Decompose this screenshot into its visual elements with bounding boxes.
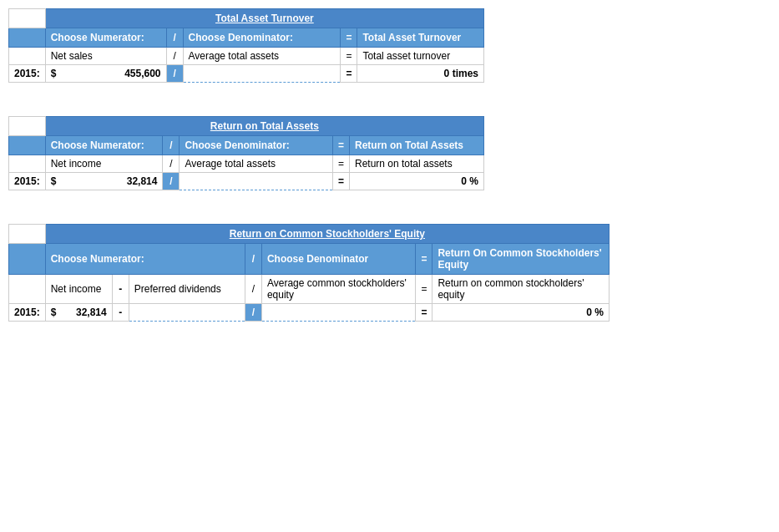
equals-data-11: = <box>416 304 432 322</box>
section-10-header: (10) Return on Total Assets <box>9 117 484 136</box>
section-10-data: 2015: $ 32,814 / = 0 % <box>9 173 484 190</box>
numerator-value-cell-11: $ 32,814 <box>45 304 112 322</box>
result-value-9: 0 <box>444 68 450 79</box>
result-value-cell-9: 0 times <box>357 65 484 83</box>
equals-label-10: = <box>332 155 349 173</box>
section-11-number: (11) <box>9 225 46 244</box>
year-9: 2015: <box>9 65 46 83</box>
result-unit-9: times <box>453 68 478 79</box>
equals-label-9: = <box>341 48 357 65</box>
section-11-data: 2015: $ 32,814 - / = 0 % <box>9 304 610 322</box>
col-numerator-label-10: Choose Numerator: <box>45 136 163 155</box>
equals-data-9: = <box>341 65 357 83</box>
result-label-10: Return on total assets <box>349 155 483 173</box>
slash-data-10: / <box>163 173 180 190</box>
denominator-label-9: Average total assets <box>183 48 341 65</box>
denominator-input-9[interactable] <box>183 65 341 83</box>
numerator-value-cell-10: $ 32,814 <box>45 173 163 190</box>
equals-header-9: = <box>341 28 357 48</box>
denominator-label-10: Average total assets <box>180 155 333 173</box>
section-9-header: (9) Total Asset Turnover <box>9 9 484 28</box>
section-10: (10) Return on Total Assets Choose Numer… <box>8 116 771 190</box>
result-value-10: 0 <box>461 175 467 187</box>
section-9-col-headers: Choose Numerator: / Choose Denominator: … <box>9 28 484 48</box>
section-9-title: Total Asset Turnover <box>45 9 483 28</box>
section-11-header: (11) Return on Common Stockholders' Equi… <box>9 225 610 244</box>
numerator-value-cell-9: $ 455,600 <box>45 65 166 83</box>
col-result-label-10: Return on Total Assets <box>349 136 483 155</box>
numerator-label-10: Net income <box>45 155 163 173</box>
slash-label-10: / <box>163 155 180 173</box>
denominator-field-11[interactable] <box>267 307 396 318</box>
denominator-input-10[interactable] <box>180 173 333 190</box>
equals-header-11: = <box>416 244 432 275</box>
denominator-field-9[interactable] <box>189 68 321 79</box>
col-denominator-label-10: Choose Denominator: <box>180 136 333 155</box>
slash-header-10: / <box>163 136 180 155</box>
denominator-label-11: Average common stockholders' equity <box>261 275 415 304</box>
result-label-9: Total asset turnover <box>357 48 484 65</box>
minus-label-11: - <box>112 275 129 304</box>
year-10: 2015: <box>9 173 46 190</box>
equals-header-10: = <box>332 136 349 155</box>
section-11-col-headers: Choose Numerator: / Choose Denominator =… <box>9 244 610 275</box>
denominator-field-10[interactable] <box>185 175 312 187</box>
section-11: (11) Return on Common Stockholders' Equi… <box>8 224 771 322</box>
section-10-title: Return on Total Assets <box>45 117 483 136</box>
section-11-labels: Net income - Preferred dividends / Avera… <box>9 275 610 304</box>
col-result-label-9: Total Asset Turnover <box>357 28 484 48</box>
result-value-11: 0 <box>586 307 592 318</box>
section-10-number: (10) <box>9 117 46 136</box>
numerator-label-11: Net income <box>45 275 112 304</box>
numerator-label-9: Net sales <box>45 48 166 65</box>
section-10-labels: Net income / Average total assets = Retu… <box>9 155 484 173</box>
numerator-value-11: 32,814 <box>76 307 107 318</box>
slash-header-11: / <box>245 244 261 275</box>
equals-data-10: = <box>332 173 349 190</box>
slash-header-9: / <box>166 28 183 48</box>
dollar-sign-11: $ <box>51 307 57 318</box>
section-11-title: Return on Common Stockholders' Equity <box>45 225 609 244</box>
numerator-value-9: 455,600 <box>124 68 160 79</box>
dollar-sign-10: $ <box>51 175 57 187</box>
section-9-number: (9) <box>9 9 46 28</box>
preferred-input-11[interactable] <box>129 304 245 322</box>
slash-label-11: / <box>245 275 261 304</box>
result-label-11: Return on common stockholders' equity <box>432 275 610 304</box>
section-9-labels: Net sales / Average total assets = Total… <box>9 48 484 65</box>
section-9: (9) Total Asset Turnover Choose Numerato… <box>8 8 771 83</box>
year-11: 2015: <box>9 304 46 322</box>
col-numerator-label-11: Choose Numerator: <box>45 244 245 275</box>
col-result-label-11: Return On Common Stockholders' Equity <box>432 244 610 275</box>
equals-label-11: = <box>416 275 432 304</box>
section-9-data: 2015: $ 455,600 / = 0 times <box>9 65 484 83</box>
preferred-label-11: Preferred dividends <box>129 275 245 304</box>
minus-data-11: - <box>112 304 129 322</box>
slash-label-9: / <box>166 48 183 65</box>
col-denominator-label-11: Choose Denominator <box>261 244 415 275</box>
slash-data-9: / <box>166 65 183 83</box>
slash-data-11: / <box>245 304 261 322</box>
result-value-cell-11: 0 % <box>432 304 610 322</box>
section-10-col-headers: Choose Numerator: / Choose Denominator: … <box>9 136 484 155</box>
result-value-cell-10: 0 % <box>349 173 483 190</box>
numerator-value-10: 32,814 <box>127 175 158 187</box>
col-denominator-label: Choose Denominator: <box>183 28 341 48</box>
denominator-input-11[interactable] <box>261 304 415 322</box>
dollar-sign-9: $ <box>51 68 57 79</box>
result-unit-10: % <box>469 175 478 187</box>
col-numerator-label: Choose Numerator: <box>45 28 166 48</box>
preferred-field-11[interactable] <box>134 307 230 318</box>
result-unit-11: % <box>594 307 604 318</box>
